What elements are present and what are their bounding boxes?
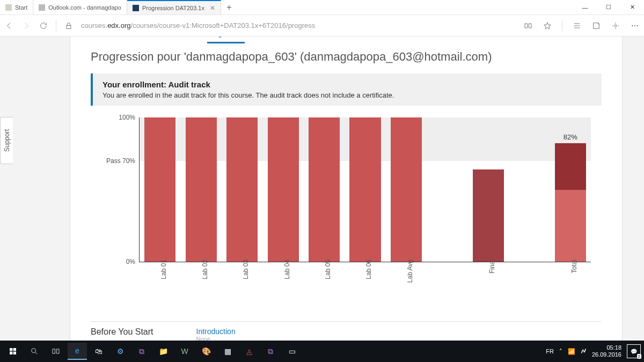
share-icon[interactable] [611,21,620,31]
reading-view-icon[interactable] [523,21,533,31]
divider [91,321,602,322]
tray-clock[interactable]: 05:18 26.09.2016 [592,344,621,358]
windows-taskbar: e 🛍 ⚙ ⧉ 📁 W 🎨 ▦ ◬ ⧉ ▭ FR ˄ 📶 🗲 05:18 26.… [0,341,644,362]
y-axis-label: Pass 70% [106,157,135,165]
url-text-pre: courses. [81,21,107,29]
x-axis-label: Lab Avg [406,260,414,283]
tab-label: Start [15,4,27,11]
svg-rect-8 [56,349,59,353]
browser-tab[interactable]: Outlook.com - danmagdapo [33,0,127,14]
taskbar-app-explorer[interactable]: 📁 [153,343,173,360]
page-title: Progression pour 'danmagdapopa_603' (dan… [91,50,602,64]
nav-tab[interactable]: Discussion [160,36,194,43]
intro-sub: None [196,336,236,341]
tab-favicon-icon [133,5,139,11]
enrollment-notice: Your enrollment: Audit track You are enr… [91,73,602,106]
x-axis-label: Lab 01 [160,260,167,279]
tray-battery-icon[interactable]: 🗲 [581,348,587,354]
intro-link[interactable]: Introduction [196,327,236,336]
course-nav: AccueilCoursDiscussionProgression [91,36,245,43]
svg-point-6 [32,349,36,353]
main-panel: AccueilCoursDiscussionProgression Progre… [70,36,623,341]
nav-tab[interactable]: Progression [207,36,244,43]
notice-body: You are enrolled in the audit track for … [103,91,592,99]
close-window-button[interactable]: ✕ [620,0,644,14]
x-axis-label: Lab 03 [242,260,250,279]
bottom-section: Before You Start Introduction None [91,327,602,341]
x-axis-label: Final [488,260,496,274]
svg-rect-7 [53,349,55,353]
tray-lang[interactable]: FR [546,348,554,354]
taskbar-app-vs2[interactable]: ⧉ [261,343,280,360]
chart-bar [509,117,550,262]
notif-count: 2 [637,354,641,359]
divider [56,20,56,31]
taskbar-app-generic-3[interactable]: ◬ [239,343,259,360]
taskbar-app-generic-2[interactable]: ▦ [218,343,237,360]
search-button[interactable] [25,343,44,360]
webnote-icon[interactable] [591,21,601,31]
notice-heading: Your enrollment: Audit track [103,80,592,89]
x-axis-label: Lab 05 [324,260,332,279]
task-view-button[interactable] [46,343,65,360]
chart-bar: Final [468,117,509,262]
tray-time: 05:18 [592,344,621,351]
tab-strip: StartOutlook.com - danmagdapoProgression… [0,0,221,14]
tray-network-icon[interactable]: 📶 [568,348,575,355]
refresh-button[interactable] [39,21,48,31]
url-text-post: /courses/course-v1:Microsoft+DAT203.1x+6… [131,21,316,29]
x-axis-label: Lab 02 [201,260,209,279]
taskbar-app-vs[interactable]: ⧉ [132,343,151,360]
chart-bar: Lab 05 [304,117,345,262]
chart-bar: Lab 01 [140,117,180,262]
x-axis-label: Lab 06 [365,260,372,279]
x-axis-label: Total [570,260,578,273]
nav-tab[interactable]: Cours [127,36,146,43]
tray-notifications-icon[interactable]: 💬2 [627,344,641,358]
taskbar-app-paint[interactable]: 🎨 [196,343,216,360]
page-content: Support AccueilCoursDiscussionProgressio… [0,36,644,341]
url-field[interactable]: courses.edx.org/courses/course-v1:Micros… [81,21,516,29]
browser-tab[interactable]: Start [0,0,33,14]
forward-button[interactable] [21,21,31,31]
tab-close-icon[interactable]: ✕ [210,4,215,12]
chart-bar: 82%Total [550,117,591,262]
chart-bar [427,117,467,262]
taskbar-app-store[interactable]: 🛍 [89,343,108,360]
new-tab-button[interactable]: + [221,0,237,14]
tab-favicon-icon [5,4,12,11]
browser-tab[interactable]: Progression DAT203.1x✕ [127,0,221,14]
svg-rect-0 [67,25,71,28]
tab-label: Outlook.com - danmagdapo [48,4,121,11]
taskbar-app-generic-1[interactable]: W [175,343,194,360]
y-axis-label: 100% [119,114,135,121]
tray-chevron-icon[interactable]: ˄ [559,348,562,355]
hub-icon[interactable] [572,21,582,31]
taskbar-app-edge[interactable]: e [68,343,87,360]
chart-bar: Lab 04 [262,117,303,262]
tab-label: Progression DAT203.1x [142,5,204,11]
maximize-button[interactable]: ☐ [597,0,620,14]
lock-icon [64,21,74,31]
progress-chart: 0%Pass 70%100%Lab 01Lab 02Lab 03Lab 04La… [118,117,591,289]
more-icon[interactable]: ⋯ [630,21,640,31]
browser-titlebar: StartOutlook.com - danmagdapoProgression… [0,0,644,15]
nav-tab[interactable]: Accueil [91,36,113,43]
address-bar: courses.edx.org/courses/course-v1:Micros… [0,15,644,36]
chart-bar: Lab Avg [386,117,427,262]
chart-bar: Lab 02 [180,117,221,262]
support-tab[interactable]: Support [0,117,13,164]
taskbar-app-settings[interactable]: ⚙ [111,343,130,360]
taskbar-app-generic-4[interactable]: ▭ [282,343,302,360]
favorite-icon[interactable] [543,21,552,31]
start-button[interactable] [3,343,23,360]
window-buttons: — ☐ ✕ [573,0,644,14]
back-button[interactable] [4,21,14,31]
tray-date: 26.09.2016 [592,351,621,358]
url-domain: edx.org [107,21,130,29]
section-heading: Before You Start [91,327,153,341]
minimize-button[interactable]: — [573,0,597,14]
chart-area: 0%Pass 70%100%Lab 01Lab 02Lab 03Lab 04La… [139,117,591,262]
svg-rect-2 [10,348,12,351]
x-axis-label: Lab 04 [283,260,291,279]
